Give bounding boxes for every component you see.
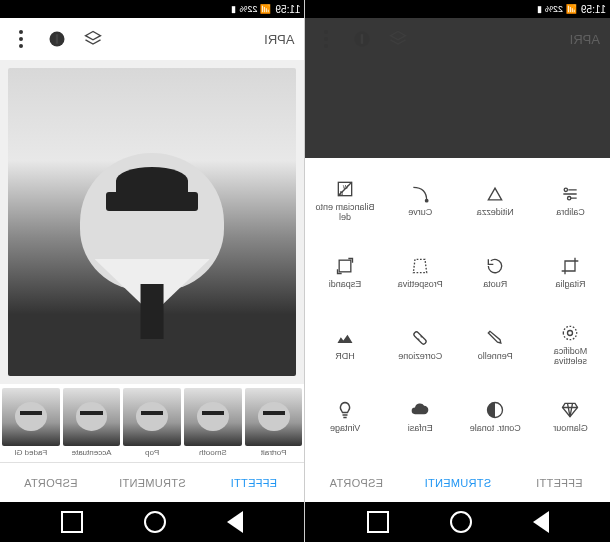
- status-icons: 📶 22% ▮: [231, 4, 271, 14]
- sun-icon: [409, 476, 431, 478]
- tool-modifica-selettiva[interactable]: Modifica selettiva: [533, 308, 608, 380]
- wb-icon: WB: [334, 178, 356, 200]
- brush-icon: [484, 327, 506, 349]
- bottom-tabs: EFFETTI STRUMENTI ESPORTA: [0, 462, 305, 502]
- expand-icon: [334, 255, 356, 277]
- filter-thumb: [63, 388, 121, 446]
- nav-back[interactable]: [533, 511, 549, 533]
- tab-effetti[interactable]: EFFETTI: [203, 463, 305, 502]
- app-header: APRI i: [306, 18, 611, 60]
- status-time: 11:59: [275, 4, 300, 15]
- svg-point-3: [568, 196, 571, 199]
- dice-icon: [559, 476, 581, 478]
- filter-thumb: [2, 388, 60, 446]
- filter-faded-gl[interactable]: Faded Gl: [2, 388, 60, 458]
- filter-thumb: [245, 388, 303, 446]
- filter-accentuate[interactable]: Accentuate: [63, 388, 121, 458]
- open-button[interactable]: APRI: [264, 32, 294, 47]
- tool-extra4[interactable]: [308, 452, 383, 477]
- tool-extra3[interactable]: [383, 452, 458, 477]
- tool-nitidezza[interactable]: Nitidezza: [458, 164, 533, 236]
- status-bar: 11:59 📶 22% ▮: [306, 0, 611, 18]
- nav-home[interactable]: [450, 511, 472, 533]
- svg-point-10: [564, 326, 577, 339]
- rotate-icon: [484, 255, 506, 277]
- tab-strumenti[interactable]: STRUMENTI: [102, 463, 204, 502]
- filters-strip: Portrait Smooth Pop Accentuate Faded Gl: [0, 384, 305, 462]
- info-icon[interactable]: i: [46, 28, 68, 50]
- tool-espandi[interactable]: Espandi: [308, 236, 383, 308]
- tool-curve[interactable]: Curve: [383, 164, 458, 236]
- filter-portrait[interactable]: Portrait: [245, 388, 303, 458]
- layers-icon[interactable]: [388, 28, 410, 50]
- heal-icon: [409, 327, 431, 349]
- android-nav: [306, 502, 611, 542]
- svg-text:B: B: [339, 189, 343, 195]
- perspective-icon: [409, 255, 431, 277]
- status-time: 11:59: [581, 4, 606, 15]
- tool-enfasi[interactable]: Enfasi: [383, 380, 458, 452]
- filter-thumb: [184, 388, 242, 446]
- contrast-icon: [484, 399, 506, 421]
- diamond-icon: [559, 399, 581, 421]
- tool-correzione[interactable]: Correzione: [383, 308, 458, 380]
- mustache-icon: [484, 476, 506, 478]
- svg-rect-11: [413, 330, 427, 344]
- tool-prospettiva[interactable]: Prospettiva: [383, 236, 458, 308]
- tool-hdr[interactable]: HDR: [308, 308, 383, 380]
- portrait-photo: [8, 68, 297, 376]
- menu-icon[interactable]: [316, 28, 338, 50]
- tool-contr-tonale[interactable]: Contr. tonale: [458, 380, 533, 452]
- svg-text:i: i: [56, 32, 59, 45]
- layers-icon[interactable]: [82, 28, 104, 50]
- svg-rect-8: [339, 260, 351, 272]
- nav-back[interactable]: [227, 511, 243, 533]
- tool-extra2[interactable]: [458, 452, 533, 477]
- svg-point-2: [565, 188, 568, 191]
- tool-pennello[interactable]: Pennello: [458, 308, 533, 380]
- tool-bilanciamento[interactable]: WBBilanciam ento del: [308, 164, 383, 236]
- open-button[interactable]: APRI: [570, 32, 600, 47]
- info-icon[interactable]: i: [352, 28, 374, 50]
- status-icons: 📶 22% ▮: [537, 4, 577, 14]
- nav-recent[interactable]: [61, 511, 83, 533]
- crop-icon: [559, 255, 581, 277]
- screen-tools: 11:59 📶 22% ▮ APRI i Calibra Nitidezza C…: [305, 0, 611, 542]
- filter-pop[interactable]: Pop: [123, 388, 181, 458]
- tab-esporta[interactable]: ESPORTA: [0, 463, 102, 502]
- tool-vintage[interactable]: Vintage: [308, 380, 383, 452]
- mountains-icon: [334, 476, 356, 478]
- tool-glamour[interactable]: Glamour: [533, 380, 608, 452]
- nav-home[interactable]: [144, 511, 166, 533]
- target-icon: [559, 322, 581, 344]
- svg-point-4: [426, 199, 429, 202]
- svg-point-9: [568, 330, 573, 335]
- triangle-icon: [484, 183, 506, 205]
- bulb-icon: [334, 399, 356, 421]
- app-header: APRI i: [0, 18, 305, 60]
- tool-extra1[interactable]: [533, 452, 608, 477]
- cloud-icon: [409, 399, 431, 421]
- hdr-icon: [334, 327, 356, 349]
- screen-effects: 11:59 📶 22% ▮ APRI i Portrait Smooth Pop…: [0, 0, 305, 542]
- nav-recent[interactable]: [367, 511, 389, 533]
- filter-thumb: [123, 388, 181, 446]
- image-preview[interactable]: [0, 60, 305, 384]
- status-bar: 11:59 📶 22% ▮: [0, 0, 305, 18]
- tools-grid: Calibra Nitidezza Curve WBBilanciam ento…: [306, 158, 611, 477]
- tool-ritaglia[interactable]: Ritaglia: [533, 236, 608, 308]
- tool-calibra[interactable]: Calibra: [533, 164, 608, 236]
- curve-icon: [409, 183, 431, 205]
- filter-smooth[interactable]: Smooth: [184, 388, 242, 458]
- menu-icon[interactable]: [10, 28, 32, 50]
- svg-text:i: i: [361, 32, 364, 45]
- tune-icon: [559, 183, 581, 205]
- tool-ruota[interactable]: Ruota: [458, 236, 533, 308]
- android-nav: [0, 502, 305, 542]
